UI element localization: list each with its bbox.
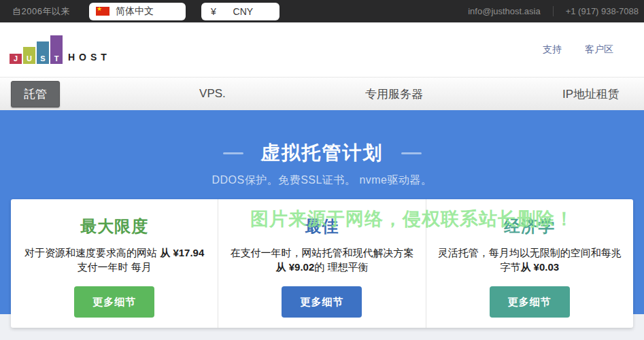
header: J U S T HOST 支持 客户区 — [0, 22, 644, 77]
logo-bar-u: U — [23, 47, 35, 64]
nav-item-vps[interactable]: VPS. — [199, 87, 226, 101]
china-flag-icon: ★ — [96, 7, 109, 16]
logo-bar-t: T — [50, 35, 63, 64]
plan-description: 对于资源和速度要求高的网站 从 ¥17.94 支付一年时 每月 — [20, 245, 208, 275]
nav-item-ip-rental[interactable]: IP地址租赁 — [562, 86, 620, 102]
plan-description: 在支付一年时，网站托管和现代解决方案从 ¥9.02的 理想平衡 — [228, 245, 416, 275]
currency-symbol: ¥ — [211, 6, 216, 17]
language-select[interactable]: ★ 简体中文 — [89, 3, 186, 20]
topbar: 自2006年以来 ★ 简体中文 ¥ CNY info@justhost.asia… — [0, 0, 644, 22]
more-details-button[interactable]: 更多细节 — [490, 286, 570, 318]
plan-description: 灵活托管，每月均以无限制的空间和每兆字节从 ¥0.03 — [436, 245, 624, 275]
language-select-value: 简体中文 — [116, 5, 154, 18]
contact-phone[interactable]: +1 (917) 938-7088 — [566, 6, 639, 16]
topbar-contacts: info@justhost.asia +1 (917) 938-7088 — [468, 6, 639, 16]
nav-item-dedicated-servers[interactable]: 专用服务器 — [365, 86, 423, 102]
logo[interactable]: J U S T HOST — [10, 35, 111, 64]
hero-subtitle: DDOS保护。免费SSL证书。 nvme驱动器。 — [0, 173, 644, 188]
nav-item-hosting[interactable]: 託管 — [11, 81, 60, 107]
header-links: 支持 客户区 — [543, 44, 613, 56]
logo-bar-j: J — [10, 54, 22, 64]
currency-select-value: CNY — [216, 6, 270, 17]
plan-card-economy: 经济学 灵活托管，每月均以无限制的空间和每兆字节从 ¥0.03 更多细节 — [426, 199, 633, 328]
since-label: 自2006年以来 — [12, 5, 70, 18]
contact-email[interactable]: info@justhost.asia — [468, 6, 540, 16]
plan-card-best: 最佳 在支付一年时，网站托管和现代解决方案从 ¥9.02的 理想平衡 更多细节 — [218, 199, 425, 328]
plan-title: 最大限度 — [80, 216, 148, 237]
plan-card-maximum: 最大限度 对于资源和速度要求高的网站 从 ¥17.94 支付一年时 每月 更多细… — [11, 199, 218, 328]
logo-host-text: HOST — [68, 52, 111, 64]
plans-panel: 最大限度 对于资源和速度要求高的网站 从 ¥17.94 支付一年时 每月 更多细… — [11, 199, 633, 328]
currency-select[interactable]: ¥ CNY — [201, 3, 279, 20]
title-dash-left — [223, 152, 243, 154]
link-support[interactable]: 支持 — [543, 44, 562, 56]
link-client-area[interactable]: 客户区 — [585, 44, 613, 56]
plan-title: 经济学 — [504, 216, 555, 237]
hero-title: 虚拟托管计划 — [261, 140, 384, 166]
plan-title: 最佳 — [305, 216, 339, 237]
topbar-divider — [553, 6, 554, 16]
main-nav: 託管 VPS. 专用服务器 IP地址租赁 — [0, 77, 644, 110]
logo-bar-s: S — [37, 41, 49, 64]
more-details-button[interactable]: 更多细节 — [74, 286, 154, 318]
title-dash-right — [401, 152, 422, 154]
more-details-button[interactable]: 更多细节 — [282, 286, 362, 318]
